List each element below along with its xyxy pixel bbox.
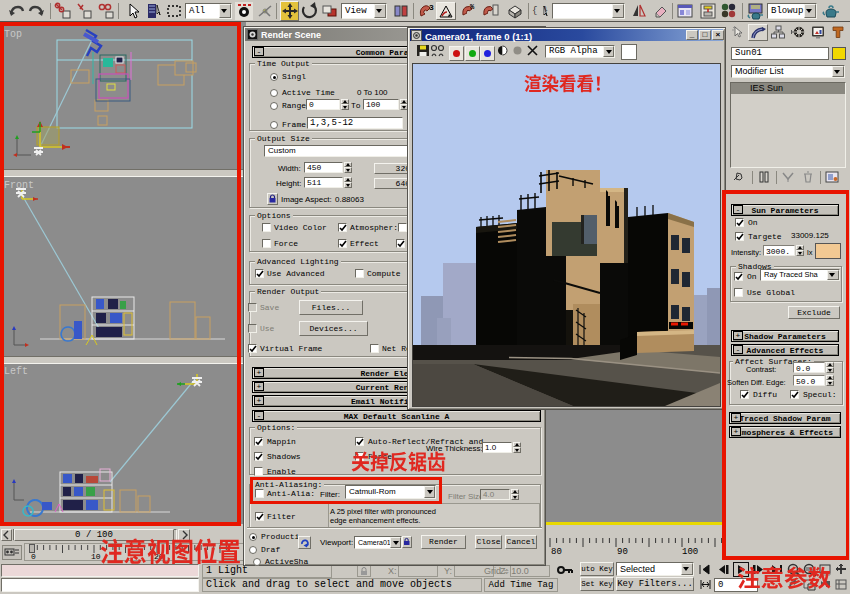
svg-text:3: 3 <box>429 3 434 12</box>
svg-text:%: % <box>470 3 475 11</box>
